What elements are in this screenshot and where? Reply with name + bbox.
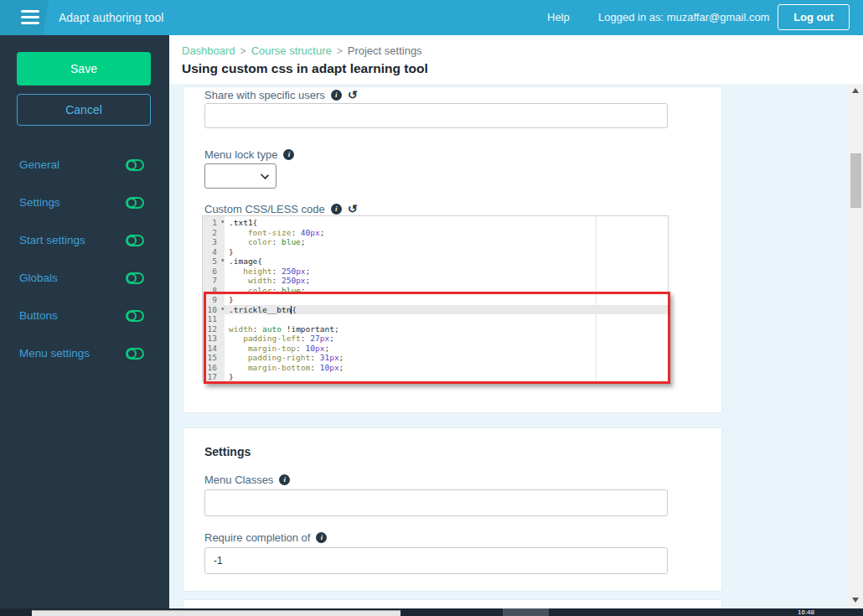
taskbar-clock[interactable]: 16:48 <box>798 608 814 616</box>
code-line[interactable]: 8 color: blue; <box>203 286 668 296</box>
require-completion-label: Require completion of <box>204 531 310 544</box>
code-line[interactable]: 5▾.image{ <box>203 256 668 267</box>
sidebar-item-settings[interactable]: Settings <box>0 194 169 214</box>
os-taskbar: 16:48 <box>0 608 863 616</box>
sidebar: Save Cancel General Settings Start setti… <box>0 35 169 616</box>
code-line[interactable]: 10▾.trickle__btn{ <box>203 305 668 315</box>
share-users-label-row: Share with specific users i ↺ <box>204 89 358 101</box>
code-line[interactable]: 7 width: 250px; <box>203 276 668 286</box>
sidebar-item-general[interactable]: General <box>0 156 169 176</box>
code-editor[interactable]: 1▾.txt1{2 font-size: 40px;3 color: blue;… <box>202 215 669 382</box>
sidebar-item-buttons[interactable]: Buttons <box>0 307 169 327</box>
gutter-line-number: 17 <box>203 372 225 382</box>
code-line[interactable]: 1▾.txt1{ <box>203 218 668 228</box>
chevron-down-icon <box>261 171 269 179</box>
cancel-button[interactable]: Cancel <box>17 94 151 126</box>
share-users-label: Share with specific users <box>204 89 325 101</box>
code-line[interactable]: 16 margin-bottom: 10px; <box>203 363 668 373</box>
code-line[interactable]: 2 font-size: 40px; <box>203 228 668 238</box>
toggle-icon[interactable] <box>126 159 144 171</box>
fold-arrow-icon[interactable]: ▾ <box>220 256 225 266</box>
scrollbar-down-arrow-icon[interactable] <box>852 598 859 603</box>
toggle-icon[interactable] <box>126 272 144 284</box>
app-header: Adapt authoring tool Help Logged in as: … <box>0 0 863 35</box>
sidebar-item-label: Settings <box>19 196 60 209</box>
info-icon[interactable]: i <box>279 474 290 485</box>
code-line[interactable]: 15 padding-right: 31px; <box>203 353 668 363</box>
undo-icon[interactable]: ↺ <box>348 90 358 101</box>
menu-classes-input[interactable] <box>204 489 668 516</box>
gutter-line-number: 2 <box>203 228 225 238</box>
sidebar-item-label: Buttons <box>19 309 58 322</box>
toggle-icon[interactable] <box>126 348 144 360</box>
logged-in-text: Logged in as: muzaffar@gmail.com <box>598 0 769 35</box>
sidebar-item-start-settings[interactable]: Start settings <box>0 231 169 251</box>
require-completion-input[interactable] <box>204 547 668 574</box>
content-area: Share with specific users i ↺ Menu lock … <box>169 84 849 608</box>
gutter-line-number: 11 <box>203 314 225 324</box>
menu-lock-label: Menu lock type <box>204 148 277 161</box>
require-completion-label-row: Require completion of i <box>204 531 327 544</box>
project-settings-panel: Share with specific users i ↺ Menu lock … <box>183 86 722 413</box>
toggle-icon[interactable] <box>126 197 144 209</box>
sidebar-item-label: General <box>19 158 59 171</box>
logout-button[interactable]: Log out <box>778 4 850 30</box>
sidebar-item-globals[interactable]: Globals <box>0 269 169 289</box>
info-icon[interactable]: i <box>331 90 342 101</box>
hamburger-menu-icon[interactable] <box>21 10 39 25</box>
code-line[interactable]: 9} <box>203 295 668 305</box>
page-title: Using custom css in adapt learning tool <box>182 61 428 76</box>
code-line[interactable]: 4} <box>203 247 668 257</box>
save-button[interactable]: Save <box>17 52 151 85</box>
settings-heading: Settings <box>204 445 251 458</box>
settings-panel: Settings Menu Classes i Require completi… <box>183 427 722 592</box>
taskbar-button[interactable] <box>503 608 549 616</box>
breadcrumb-separator: > <box>337 45 343 57</box>
code-line[interactable]: 11 <box>203 314 668 324</box>
sidebar-item-menu-settings[interactable]: Menu settings <box>0 344 169 365</box>
breadcrumb: Dashboard>Course structure>Project setti… <box>182 44 422 57</box>
breadcrumb-separator: > <box>240 45 246 57</box>
code-line[interactable]: 17} <box>203 372 668 382</box>
menu-lock-label-row: Menu lock type i <box>204 148 294 161</box>
sidebar-item-label: Globals <box>19 272 58 284</box>
fold-arrow-icon[interactable]: ▾ <box>220 217 225 227</box>
gutter-line-number: 7 <box>203 276 225 286</box>
code-line[interactable]: 12width: auto !important; <box>203 324 668 334</box>
sidebar-item-label: Menu settings <box>19 347 90 360</box>
vertical-scrollbar[interactable] <box>849 84 863 608</box>
menu-classes-label: Menu Classes <box>204 474 273 486</box>
info-icon[interactable]: i <box>331 204 342 215</box>
gutter-line-number: 14 <box>203 344 225 354</box>
next-panel-partial <box>183 599 722 608</box>
breadcrumb-project-settings: Project settings <box>348 44 422 57</box>
fold-arrow-icon[interactable]: ▾ <box>220 304 225 314</box>
toggle-icon[interactable] <box>126 310 144 322</box>
code-line[interactable]: 14 margin-top: 10px; <box>203 344 668 354</box>
menu-classes-label-row: Menu Classes i <box>204 474 290 486</box>
undo-icon[interactable]: ↺ <box>348 204 358 215</box>
gutter-line-number: 5▾ <box>203 256 225 267</box>
gutter-line-number: 13 <box>203 334 225 344</box>
custom-css-label: Custom CSS/LESS code <box>204 203 325 215</box>
breadcrumb-course-structure[interactable]: Course structure <box>251 44 332 57</box>
help-link[interactable]: Help <box>547 0 570 35</box>
gutter-line-number: 10▾ <box>203 305 225 315</box>
code-line[interactable]: 13 padding-left: 27px; <box>203 334 668 344</box>
info-icon[interactable]: i <box>283 149 294 160</box>
toggle-icon[interactable] <box>126 235 144 246</box>
gutter-line-number: 16 <box>203 363 225 373</box>
app-title: Adapt authoring tool <box>59 0 163 35</box>
code-line[interactable]: 3 color: blue; <box>203 237 668 247</box>
code-line[interactable]: 6 height: 250px; <box>203 267 668 277</box>
breadcrumb-dashboard[interactable]: Dashboard <box>182 44 235 57</box>
menu-lock-select[interactable] <box>204 163 276 189</box>
title-band: Dashboard>Course structure>Project setti… <box>169 35 863 84</box>
custom-css-label-row: Custom CSS/LESS code i ↺ <box>204 203 358 215</box>
scrollbar-up-arrow-icon[interactable] <box>852 88 859 93</box>
scrollbar-thumb[interactable] <box>850 153 861 208</box>
taskbar-search-box[interactable] <box>32 610 400 616</box>
share-users-input[interactable] <box>204 103 668 128</box>
info-icon[interactable]: i <box>316 532 327 543</box>
sidebar-item-label: Start settings <box>19 234 85 246</box>
